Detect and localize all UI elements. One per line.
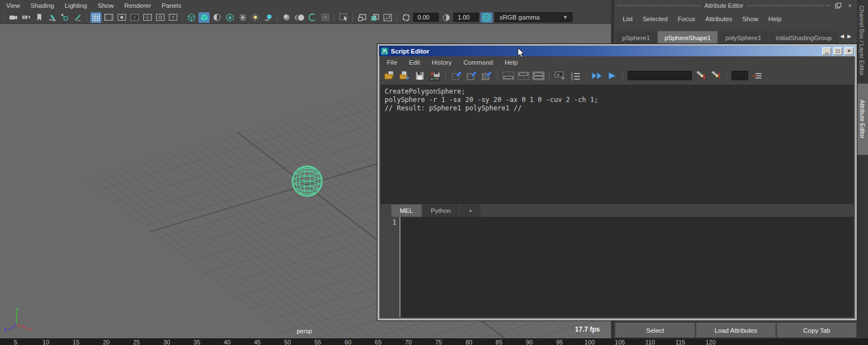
color-management-toggle[interactable]: ON <box>481 12 493 23</box>
chevron-down-icon[interactable]: ▼ <box>559 14 572 20</box>
timeline-frame-35[interactable]: 35 <box>193 339 200 345</box>
close-icon[interactable]: × <box>846 2 854 9</box>
script-editor-titlebar[interactable]: Script Editor _ □ × <box>379 46 855 56</box>
camera-select-icon[interactable] <box>21 12 32 23</box>
film-gate-icon[interactable] <box>103 12 114 23</box>
script-input-pane[interactable]: 1 <box>381 217 854 317</box>
ae-menu-item-show[interactable]: Show <box>743 16 759 22</box>
se-menu-item-file[interactable]: File <box>387 59 397 66</box>
timeline-frame-65[interactable]: 65 <box>375 339 381 345</box>
layout-pane2-icon[interactable] <box>369 12 380 23</box>
menu-item-view[interactable]: View <box>6 2 20 9</box>
exposure-icon[interactable] <box>400 12 411 23</box>
menu-item-show[interactable]: Show <box>98 2 114 9</box>
se-menu-item-command[interactable]: Command <box>463 59 493 66</box>
ae-menu-item-help[interactable]: Help <box>768 16 782 22</box>
timeline-frame-40[interactable]: 40 <box>224 339 230 345</box>
drag-handle[interactable] <box>748 5 830 6</box>
line-number-field[interactable] <box>731 71 748 80</box>
contrast-icon[interactable] <box>440 12 452 23</box>
grease-pencil-icon[interactable] <box>72 12 83 23</box>
save-script-icon[interactable] <box>414 70 426 82</box>
show-input-pane-icon[interactable] <box>517 70 530 82</box>
ae-button-load-attributes[interactable]: Load Attributes <box>696 323 775 337</box>
script-history-pane[interactable]: CreatePolygonSphere;polySphere -r 1 -sx … <box>381 85 854 204</box>
smooth-shade-icon[interactable] <box>198 12 210 23</box>
resolution-gate-icon[interactable] <box>116 12 127 23</box>
contrast-field[interactable]: 1.00 <box>453 13 479 22</box>
image-icon[interactable] <box>382 12 393 23</box>
save-to-shelf-icon[interactable] <box>429 70 441 82</box>
timeline-frame-75[interactable]: 75 <box>435 339 442 345</box>
timeline-frame-80[interactable]: 80 <box>465 339 472 345</box>
ambient-occlusion-icon[interactable] <box>281 12 292 23</box>
se-menu-item-edit[interactable]: Edit <box>409 59 420 66</box>
timeline-frame-15[interactable]: 15 <box>72 339 79 345</box>
use-default-material-icon[interactable] <box>211 12 222 23</box>
pan-zoom-icon[interactable] <box>59 12 70 23</box>
timeline-frame-25[interactable]: 25 <box>133 339 140 345</box>
tab-scroll-left-icon[interactable]: ◀ <box>840 33 844 39</box>
anti-alias-icon[interactable] <box>307 12 318 23</box>
goto-line-icon[interactable] <box>751 70 763 82</box>
menu-item-lighting[interactable]: Lighting <box>65 2 87 9</box>
execute-icon[interactable] <box>606 70 618 82</box>
gamma-dropdown[interactable]: sRGB gamma ▼ <box>494 12 573 22</box>
gate-mask-icon[interactable] <box>129 12 140 23</box>
ae-button-select[interactable]: Select <box>615 323 695 337</box>
timeline-frame-120[interactable]: 120 <box>705 339 715 345</box>
open-script-icon[interactable] <box>384 70 396 82</box>
echo-commands-icon[interactable]: w <box>554 70 566 82</box>
show-history-pane-icon[interactable] <box>502 70 515 82</box>
timeline-frame-30[interactable]: 30 <box>163 339 170 345</box>
script-tab-python[interactable]: Python <box>423 205 459 217</box>
ae-tab-psphere1[interactable]: pSphere1 <box>615 31 657 45</box>
depth-of-field-icon[interactable] <box>319 12 331 23</box>
ae-button-copy-tab[interactable]: Copy Tab <box>777 323 856 337</box>
search-input[interactable] <box>628 71 692 80</box>
shadows-icon[interactable] <box>263 12 274 23</box>
motion-blur-icon[interactable] <box>294 12 305 23</box>
ae-menu-item-focus[interactable]: Focus <box>678 16 695 22</box>
flat-lighting-icon[interactable] <box>237 12 248 23</box>
isolate-select-icon[interactable] <box>338 12 349 23</box>
timeline-frame-110[interactable]: 110 <box>645 339 655 345</box>
script-editor-window[interactable]: Script Editor _ □ × FileEditHistoryComma… <box>377 44 857 320</box>
timeline-frame-5[interactable]: 5 <box>14 339 17 345</box>
se-menu-item-help[interactable]: Help <box>505 59 518 66</box>
timeline-frame-50[interactable]: 50 <box>284 339 291 345</box>
clear-all-icon[interactable] <box>481 70 493 82</box>
timeline-frame-85[interactable]: 85 <box>496 339 502 345</box>
pop-out-icon[interactable] <box>835 2 842 9</box>
ae-tab-polysphere1[interactable]: polySphere1 <box>719 31 768 45</box>
search-up-icon[interactable] <box>710 70 722 82</box>
timeline-frame-95[interactable]: 95 <box>556 339 562 345</box>
script-input-editor[interactable] <box>400 217 854 317</box>
ae-menu-item-list[interactable]: List <box>623 16 633 22</box>
wireframe-cube-icon[interactable] <box>186 12 197 23</box>
se-menu-item-history[interactable]: History <box>431 59 452 66</box>
image-plane-icon[interactable] <box>46 12 57 23</box>
script-tab-mel[interactable]: MEL <box>391 205 421 217</box>
timeline-frame-60[interactable]: 60 <box>345 339 351 345</box>
script-tab-item[interactable]: + <box>460 205 481 217</box>
time-slider[interactable]: 5101520253035404550556065707580859095100… <box>0 338 868 345</box>
menu-item-renderer[interactable]: Renderer <box>124 2 151 9</box>
grid-toggle-icon[interactable] <box>90 12 101 23</box>
bookmark-icon[interactable] <box>33 12 45 23</box>
clear-history-icon[interactable] <box>450 70 463 82</box>
safe-title-icon[interactable]: T <box>167 12 178 23</box>
ae-tab-psphereshape1[interactable]: pSphereShape1 <box>658 31 717 45</box>
line-numbers-icon[interactable]: 123 <box>569 70 581 82</box>
timeline-frame-115[interactable]: 115 <box>676 339 686 345</box>
close-button[interactable]: × <box>845 47 854 55</box>
timeline-frame-105[interactable]: 105 <box>615 339 625 345</box>
timeline-frame-100[interactable]: 100 <box>585 339 595 345</box>
timeline-frame-90[interactable]: 90 <box>526 339 532 345</box>
search-down-icon[interactable] <box>695 70 707 82</box>
clear-input-icon[interactable] <box>465 70 478 82</box>
execute-all-icon[interactable] <box>591 70 603 82</box>
tab-scroll-right-icon[interactable]: ▶ <box>847 33 851 39</box>
menu-item-panels[interactable]: Panels <box>162 2 181 9</box>
field-chart-icon[interactable] <box>142 12 153 23</box>
